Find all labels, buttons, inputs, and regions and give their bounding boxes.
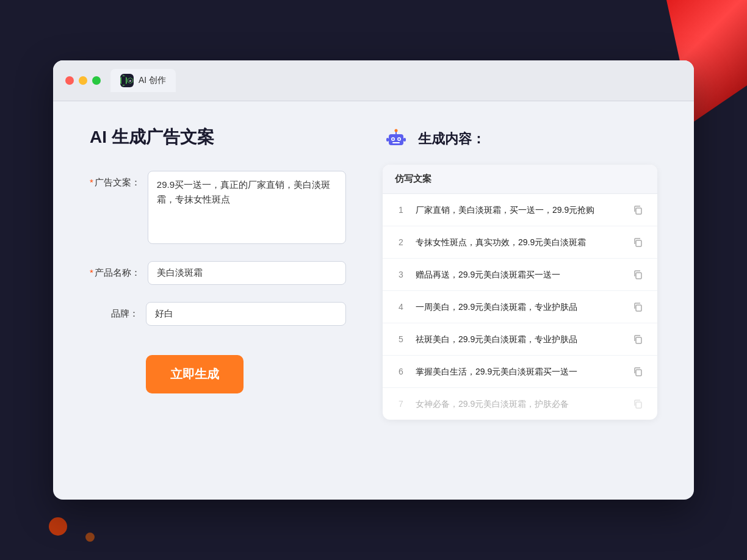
copy-button[interactable] <box>630 397 645 411</box>
row-text: 掌握美白生活，29.9元美白淡斑霜买一送一 <box>416 365 622 378</box>
ai-tab[interactable]: AI AI 创作 <box>110 69 176 92</box>
table-row: 4一周美白，29.9元美白淡斑霜，专业护肤品 <box>383 291 657 323</box>
svg-rect-14 <box>636 273 641 279</box>
robot-icon <box>383 126 410 153</box>
copy-button[interactable] <box>630 203 645 217</box>
copy-button[interactable] <box>630 267 645 282</box>
copy-button[interactable] <box>630 235 645 249</box>
brand-label: 品牌： <box>90 302 139 320</box>
required-star-1: * <box>90 177 93 187</box>
copy-button[interactable] <box>630 332 645 346</box>
svg-point-5 <box>392 138 394 140</box>
left-panel: AI 生成广告文案 *广告文案： *产品名称： 品牌： 立 <box>90 126 346 467</box>
product-name-input[interactable] <box>148 261 346 285</box>
row-number: 3 <box>395 270 407 279</box>
main-content: AI 生成广告文案 *广告文案： *产品名称： 品牌： 立 <box>53 101 694 492</box>
svg-rect-10 <box>386 138 389 142</box>
svg-rect-2 <box>389 134 403 145</box>
svg-rect-17 <box>636 370 641 376</box>
svg-point-9 <box>395 129 398 132</box>
close-button[interactable] <box>65 76 74 85</box>
row-text: 祛斑美白，29.9元美白淡斑霜，专业护肤品 <box>416 333 622 346</box>
ai-tab-icon: AI <box>120 74 134 87</box>
required-star-2: * <box>90 267 93 278</box>
row-text: 专抹女性斑点，真实功效，29.9元美白淡斑霜 <box>416 236 622 249</box>
svg-rect-13 <box>636 240 641 246</box>
product-name-label: *产品名称： <box>90 261 140 279</box>
svg-rect-16 <box>636 337 641 343</box>
maximize-button[interactable] <box>92 76 101 85</box>
row-number: 7 <box>395 399 407 409</box>
svg-rect-11 <box>403 138 406 142</box>
svg-rect-7 <box>392 142 400 143</box>
product-name-group: *产品名称： <box>90 261 346 285</box>
row-number: 2 <box>395 237 407 247</box>
copy-button[interactable] <box>630 364 645 379</box>
table-row: 7女神必备，29.9元美白淡斑霜，护肤必备 <box>383 388 657 420</box>
table-row: 2专抹女性斑点，真实功效，29.9元美白淡斑霜 <box>383 226 657 259</box>
generate-button[interactable]: 立即生成 <box>146 355 244 393</box>
brand-input[interactable] <box>146 302 346 326</box>
table-header: 仿写文案 <box>383 165 657 194</box>
copy-button[interactable] <box>630 300 645 314</box>
table-row: 1厂家直销，美白淡斑霜，买一送一，29.9元抢购 <box>383 194 657 226</box>
title-bar: AI AI 创作 <box>53 60 694 101</box>
svg-rect-12 <box>636 208 641 214</box>
row-number: 6 <box>395 367 407 376</box>
brand-group: 品牌： <box>90 302 346 326</box>
minimize-button[interactable] <box>79 76 87 85</box>
row-text: 赠品再送，29.9元美白淡斑霜买一送一 <box>416 268 622 281</box>
row-text: 一周美白，29.9元美白淡斑霜，专业护肤品 <box>416 301 622 314</box>
right-panel: 生成内容： 仿写文案 1厂家直销，美白淡斑霜，买一送一，29.9元抢购 2专抹女… <box>383 126 657 467</box>
table-row: 5祛斑美白，29.9元美白淡斑霜，专业护肤品 <box>383 323 657 356</box>
table-rows-container: 1厂家直销，美白淡斑霜，买一送一，29.9元抢购 2专抹女性斑点，真实功效，29… <box>383 194 657 420</box>
row-number: 5 <box>395 334 407 344</box>
table-row: 3赠品再送，29.9元美白淡斑霜买一送一 <box>383 259 657 291</box>
ad-copy-group: *广告文案： <box>90 171 346 244</box>
bg-decoration-dot1 <box>49 517 67 536</box>
row-number: 1 <box>395 205 407 215</box>
svg-rect-15 <box>636 305 641 311</box>
svg-point-6 <box>399 138 400 140</box>
ad-copy-input[interactable] <box>148 171 346 244</box>
table-row: 6掌握美白生活，29.9元美白淡斑霜买一送一 <box>383 356 657 388</box>
right-header: 生成内容： <box>383 126 657 153</box>
svg-text:AI: AI <box>129 80 132 82</box>
browser-window: AI AI 创作 AI 生成广告文案 *广告文案： *产品名称： <box>53 60 694 500</box>
results-table: 仿写文案 1厂家直销，美白淡斑霜，买一送一，29.9元抢购 2专抹女性斑点，真实… <box>383 165 657 420</box>
right-title: 生成内容： <box>418 130 485 148</box>
bg-decoration-dot2 <box>85 533 95 542</box>
window-controls <box>65 76 101 85</box>
svg-rect-18 <box>636 402 641 408</box>
tab-label: AI 创作 <box>139 75 166 86</box>
ad-copy-label: *广告文案： <box>90 171 140 188</box>
row-text: 女神必备，29.9元美白淡斑霜，护肤必备 <box>416 398 622 411</box>
page-title: AI 生成广告文案 <box>90 126 346 149</box>
row-number: 4 <box>395 302 407 312</box>
row-text: 厂家直销，美白淡斑霜，买一送一，29.9元抢购 <box>416 204 622 217</box>
